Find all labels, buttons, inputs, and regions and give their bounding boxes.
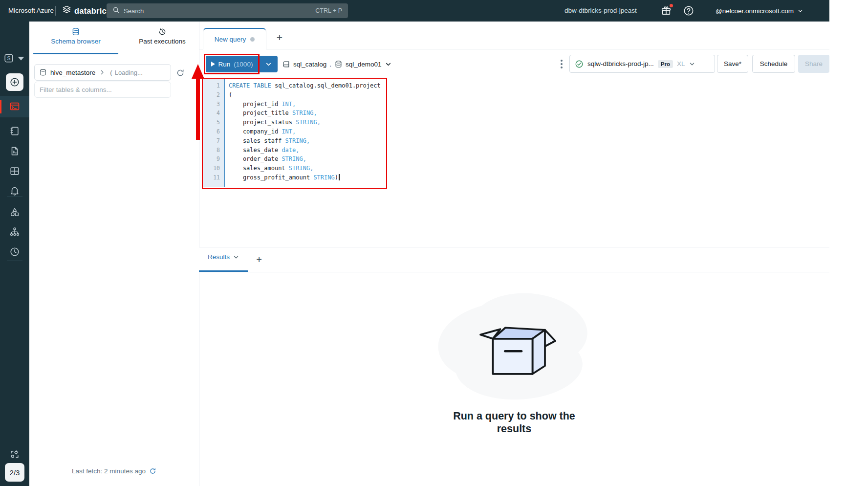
databricks-logo-icon xyxy=(62,5,71,17)
chevron-down-icon xyxy=(689,61,695,67)
dashboards-grid-icon xyxy=(9,166,20,177)
history-clock-icon xyxy=(158,27,167,36)
last-fetch-label: Last fetch: 2 minutes ago xyxy=(72,467,146,475)
run-limit: (1000) xyxy=(234,61,253,68)
chevron-down-icon xyxy=(233,254,239,261)
catalog-selector-row[interactable]: hive_metastore ( Loading... xyxy=(34,64,171,81)
open-box-icon xyxy=(470,311,558,382)
results-tab-label: Results xyxy=(208,253,230,261)
loading-text: Loading... xyxy=(115,69,143,76)
tab-row-border xyxy=(199,49,829,49)
add-results-tab-button[interactable]: + xyxy=(252,251,266,268)
create-new-button[interactable] xyxy=(6,73,23,91)
database-icon xyxy=(334,60,343,68)
search-shortcut: CTRL + P xyxy=(315,7,342,14)
active-tab-underline xyxy=(33,53,118,54)
sidebar-item-sql-editor[interactable] xyxy=(0,96,29,117)
sidebar-divider xyxy=(7,197,22,197)
warehouse-tier-badge: Pro xyxy=(658,60,673,68)
run-options-dropdown[interactable] xyxy=(259,56,278,72)
warehouse-name: sqlw-dtbricks-prod-jp... xyxy=(587,60,654,67)
schema-value: sql_demo01 xyxy=(346,61,382,68)
schedule-button[interactable]: Schedule xyxy=(752,55,795,73)
clock-history-icon xyxy=(9,246,20,257)
sidebar-item-experiments[interactable] xyxy=(0,203,29,221)
catalog-icon xyxy=(282,60,290,68)
share-button[interactable]: Share xyxy=(798,55,829,73)
tab-schema-browser-label: Schema browser xyxy=(51,38,100,45)
tab-past-executions[interactable]: Past executions xyxy=(118,27,206,45)
warehouse-selector[interactable]: sqlw-dtbricks-prod-jp... Pro XL xyxy=(569,55,715,73)
filter-tables-input[interactable] xyxy=(35,82,171,97)
account-menu[interactable]: @nelcoer.onmicrosoft.com xyxy=(716,0,803,22)
unsaved-dot xyxy=(250,37,255,42)
persona-switcher[interactable]: S xyxy=(0,50,29,66)
caret-down-icon xyxy=(16,53,26,64)
workspace-name: dbw-dtbricks-prod-jpeast xyxy=(564,0,637,22)
notification-dot xyxy=(670,4,673,7)
chevron-down-icon xyxy=(797,8,803,14)
sidebar-item-dashboards[interactable] xyxy=(0,162,29,180)
results-empty-state: Run a query to show the results xyxy=(199,289,829,435)
bell-icon xyxy=(9,185,20,196)
catalog-name: hive_metastore xyxy=(50,69,95,76)
refresh-icon[interactable] xyxy=(149,467,156,475)
chevron-down-icon xyxy=(265,61,272,68)
search-icon xyxy=(112,6,120,16)
databricks-sql-editor-app: Microsoft Azure databricks Search CTRL +… xyxy=(0,0,868,486)
schema-panel: Schema browser Past executions hive_meta… xyxy=(29,22,199,486)
tab-past-executions-label: Past executions xyxy=(139,38,185,45)
catalog-schema-selector[interactable]: sql_catalog . sql_demo01 xyxy=(282,56,392,72)
sidebar-item-query-history[interactable] xyxy=(0,243,29,261)
add-query-tab-button[interactable]: + xyxy=(272,29,287,46)
results-bottom-border xyxy=(199,272,829,272)
warehouse-size: XL xyxy=(677,60,685,67)
active-indicator xyxy=(0,100,1,113)
progress-badge[interactable]: 2/3 xyxy=(5,463,24,482)
sql-code-editor[interactable]: 1234567891011 CREATE TABLE sql_catalog.s… xyxy=(203,79,386,187)
sidebar-item-alerts[interactable] xyxy=(0,181,29,200)
sidebar-item-marketplace[interactable] xyxy=(0,445,29,464)
query-tab-label: New query xyxy=(215,36,246,43)
sidebar-item-queries[interactable] xyxy=(0,142,29,160)
last-fetch-status: Last fetch: 2 minutes ago xyxy=(29,467,199,475)
help-icon[interactable] xyxy=(683,5,694,16)
editor-panel: New query + Run (1000) sql_catalog . xyxy=(199,22,829,486)
refresh-schema-button[interactable] xyxy=(174,66,187,79)
play-icon xyxy=(211,62,215,66)
persona-switcher-icon: S xyxy=(3,53,14,64)
dot-separator: . xyxy=(329,61,331,68)
plus-circle-icon xyxy=(9,77,20,88)
filter-tables-input-box xyxy=(34,82,171,98)
sidebar-item-notebooks[interactable] xyxy=(0,122,29,140)
editor-gutter: 1234567891011 xyxy=(203,79,225,187)
sidebar-item-workflows[interactable] xyxy=(0,222,29,241)
query-tab-new-query[interactable]: New query xyxy=(203,28,266,49)
search-input[interactable]: Search CTRL + P xyxy=(107,3,348,18)
workflow-tree-icon xyxy=(9,226,20,237)
tab-schema-browser[interactable]: Schema browser xyxy=(33,27,118,45)
results-tab[interactable]: Results xyxy=(208,253,239,261)
catalog-icon xyxy=(39,68,47,76)
results-tab-row: Results + xyxy=(199,247,829,272)
run-label: Run xyxy=(218,61,231,68)
azure-label: Microsoft Azure xyxy=(8,0,54,22)
shapes-icon xyxy=(9,207,20,218)
sidebar-divider xyxy=(7,261,22,261)
notebook-icon xyxy=(9,126,20,136)
chevron-right-icon xyxy=(99,69,105,75)
empty-state-illustration xyxy=(436,289,592,402)
code-lines: CREATE TABLE sql_catalog.sql_demo01.proj… xyxy=(229,81,381,182)
left-sidebar: S xyxy=(0,22,29,486)
sql-editor-icon xyxy=(9,101,20,112)
catalog-value: sql_catalog xyxy=(293,61,326,68)
refresh-icon xyxy=(176,68,185,77)
account-email: @nelcoer.onmicrosoft.com xyxy=(716,7,794,15)
query-file-icon xyxy=(9,146,20,156)
topbar-divider xyxy=(55,6,56,16)
run-button[interactable]: Run (1000) xyxy=(206,56,258,72)
marketplace-shapes-icon xyxy=(9,449,20,460)
search-placeholder: Search xyxy=(124,7,311,15)
save-button[interactable]: Save* xyxy=(717,55,748,73)
more-options-kebab[interactable] xyxy=(557,58,566,70)
